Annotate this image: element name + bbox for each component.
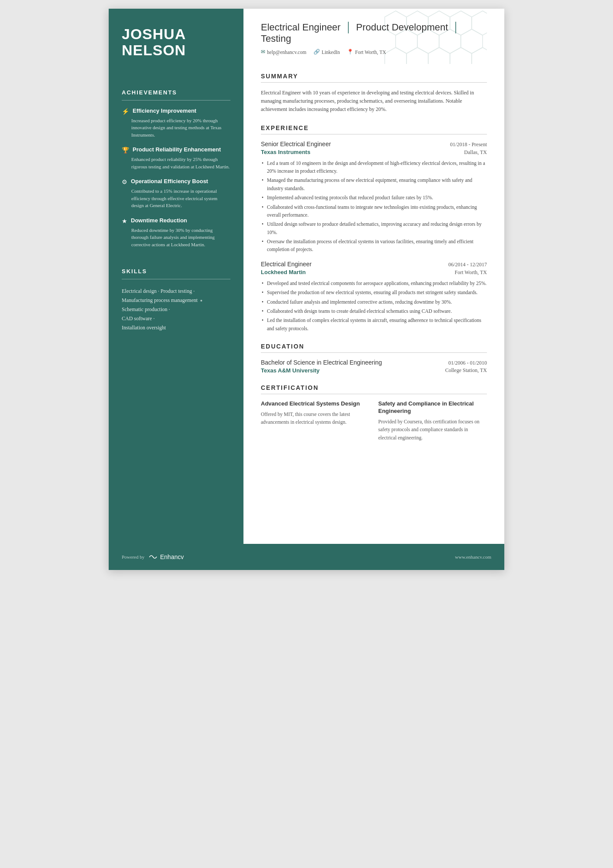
bullet-item: Collaborated with design teams to create… — [261, 307, 487, 315]
svg-marker-12 — [450, 47, 472, 64]
svg-marker-11 — [428, 47, 450, 64]
job-location: Fort Worth, TX — [455, 269, 487, 276]
footer-logo: Enhancv — [148, 553, 183, 560]
title-part-3: Testing — [261, 33, 291, 44]
achievement-title: Efficiency Improvement — [133, 107, 197, 115]
achievement-icon: 🏆 — [122, 147, 129, 154]
job-title: Senior Electrical Engineer — [261, 141, 331, 147]
svg-marker-9 — [385, 47, 406, 64]
job-dates: 06/2014 - 12/2017 — [448, 261, 487, 268]
job-company: Lockheed Martin — [261, 269, 306, 275]
skill-item: Manufacturing process management — [122, 297, 230, 304]
bullet-item: Managed the manufacturing process of new… — [261, 176, 487, 192]
edu-header: Bachelor of Science in Electrical Engine… — [261, 359, 487, 366]
skill-text: Schematic production · — [122, 306, 170, 313]
location-icon: 📍 — [347, 49, 353, 55]
svg-marker-0 — [385, 11, 406, 35]
job-entry: Senior Electrical Engineer 01/2018 - Pre… — [261, 141, 487, 254]
achievement-header: ⚙ Operational Efficiency Boost — [122, 178, 230, 186]
achievement-item: ⚙ Operational Efficiency Boost Contribut… — [122, 178, 230, 209]
svg-marker-3 — [450, 11, 472, 35]
achievement-title: Downtime Reduction — [131, 217, 187, 225]
achievement-title: Operational Efficiency Boost — [131, 178, 208, 185]
email-icon: ✉ — [261, 49, 265, 55]
bullet-item: Conducted failure analysis and implement… — [261, 298, 487, 306]
skill-item: Electrical design · Product testing · — [122, 288, 230, 295]
achievement-item: ⚡ Efficiency Improvement Increased produ… — [122, 107, 230, 139]
skill-item: CAD software · — [122, 315, 230, 322]
skills-section-title: SKILLS — [122, 268, 230, 275]
skill-text: Installation oversight — [122, 325, 166, 331]
svg-marker-5 — [396, 29, 417, 54]
svg-marker-2 — [428, 11, 450, 35]
linkedin-icon: 🔗 — [313, 49, 320, 55]
achievement-desc: Enhanced product reliability by 25% thro… — [122, 156, 230, 170]
education-title: EDUCATION — [261, 343, 487, 350]
svg-marker-13 — [472, 47, 487, 64]
svg-marker-10 — [406, 47, 428, 64]
resume-wrapper: JOSHUA NELSON ACHIEVEMENTS ⚡ Efficiency … — [109, 9, 504, 570]
powered-by-label: Powered by — [122, 554, 144, 560]
job-entry: Electrical Engineer 06/2014 - 12/2017 Lo… — [261, 261, 487, 332]
edu-dates: 01/2006 - 01/2010 — [448, 360, 487, 366]
job-company: Texas Instruments — [261, 149, 310, 155]
cert-item-desc: Provided by Coursera, this certification… — [378, 418, 487, 442]
job-bullets: Developed and tested electrical componen… — [261, 279, 487, 332]
education-divider — [261, 352, 487, 353]
achievement-header: 🏆 Product Reliability Enhancement — [122, 146, 230, 154]
summary-section: SUMMARY Electrical Engineer with 10 year… — [261, 73, 487, 114]
cert-item: Advanced Electrical Systems Design Offer… — [261, 400, 370, 442]
job-company-row: Texas Instruments Dallas, TX — [261, 149, 487, 156]
bullet-item: Supervised the production of new electri… — [261, 288, 487, 296]
summary-text: Electrical Engineer with 10 years of exp… — [261, 89, 487, 114]
achievement-desc: Contributed to a 15% increase in operati… — [122, 188, 230, 209]
svg-marker-8 — [461, 29, 483, 54]
edu-location: College Station, TX — [445, 367, 487, 374]
svg-marker-1 — [406, 11, 428, 35]
achievements-divider — [122, 100, 230, 101]
bullet-item: Led the installation of complex electric… — [261, 316, 487, 332]
title-divider-1: │ — [345, 22, 352, 33]
bullet-item: Utilized design software to produce deta… — [261, 220, 487, 236]
footer-logo-text: Enhancv — [160, 553, 183, 560]
title-part-1: Electrical Engineer — [261, 22, 340, 33]
experience-title: EXPERIENCE — [261, 124, 487, 131]
cert-grid: Advanced Electrical Systems Design Offer… — [261, 400, 487, 442]
bullet-item: Oversaw the installation process of elec… — [261, 238, 487, 254]
contact-email: ✉ help@enhancv.com — [261, 49, 306, 55]
cert-item-title: Safety and Compliance in Electrical Engi… — [378, 400, 487, 415]
cert-title: CERTIFICATION — [261, 384, 487, 391]
edu-school-row: Texas A&M University College Station, TX — [261, 367, 487, 374]
skills-list: Electrical design · Product testing ·Man… — [122, 288, 230, 334]
experience-section: EXPERIENCE Senior Electrical Engineer 01… — [261, 124, 487, 333]
sidebar: JOSHUA NELSON ACHIEVEMENTS ⚡ Efficiency … — [109, 9, 243, 544]
edu-degree: Bachelor of Science in Electrical Engine… — [261, 359, 382, 366]
skill-text: Electrical design · Product testing · — [122, 288, 195, 295]
bullet-item: Led a team of 10 engineers in the design… — [261, 159, 487, 175]
main-header: Electrical Engineer │ Product Developmen… — [261, 9, 487, 64]
experience-divider — [261, 134, 487, 134]
job-dates: 01/2018 - Present — [450, 141, 487, 148]
achievements-section-title: ACHIEVEMENTS — [122, 89, 230, 96]
achievement-item: ★ Downtime Reduction Reduced downtime by… — [122, 217, 230, 248]
svg-marker-7 — [439, 29, 461, 54]
skill-dot — [200, 300, 202, 302]
skill-text: Manufacturing process management — [122, 297, 198, 304]
skill-item: Installation oversight — [122, 325, 230, 331]
achievements-list: ⚡ Efficiency Improvement Increased produ… — [122, 107, 230, 256]
contact-location: 📍 Fort Worth, TX — [347, 49, 386, 55]
job-company-row: Lockheed Martin Fort Worth, TX — [261, 269, 487, 276]
resume-footer: Powered by Enhancv www.enhancv.com — [109, 544, 504, 570]
candidate-name: JOSHUA NELSON — [122, 26, 230, 59]
job-location: Dallas, TX — [464, 149, 487, 156]
achievement-item: 🏆 Product Reliability Enhancement Enhanc… — [122, 146, 230, 170]
achievement-title: Product Reliability Enhancement — [133, 146, 221, 154]
jobs-container: Senior Electrical Engineer 01/2018 - Pre… — [261, 141, 487, 333]
skill-item: Schematic production · — [122, 306, 230, 313]
contact-linkedin: 🔗 LinkedIn — [313, 49, 340, 55]
achievement-desc: Reduced downtime by 30% by conducting th… — [122, 227, 230, 248]
summary-title: SUMMARY — [261, 73, 487, 80]
achievement-icon: ★ — [122, 218, 127, 225]
achievement-desc: Increased product efficiency by 20% thro… — [122, 117, 230, 139]
cert-item-title: Advanced Electrical Systems Design — [261, 400, 370, 408]
